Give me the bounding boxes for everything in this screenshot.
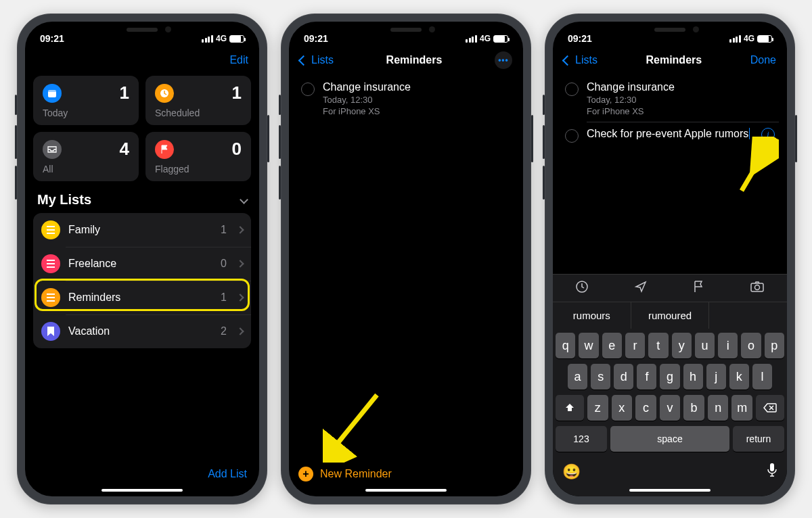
back-label: Lists [575, 54, 597, 66]
emoji-key[interactable]: 😀 [562, 463, 581, 481]
shift-key[interactable] [556, 395, 584, 421]
list-icon [41, 254, 60, 273]
key-c[interactable]: c [635, 395, 656, 421]
tile-today[interactable]: 1 Today [33, 76, 139, 125]
svg-rect-8 [770, 463, 774, 471]
reminder-row[interactable]: Change insurance Today, 12:30 For iPhone… [561, 76, 779, 122]
battery-icon [229, 35, 244, 43]
home-indicator[interactable] [102, 489, 183, 492]
my-lists: Family 1 Freelance 0 Reminders 1 [33, 213, 251, 348]
key-d[interactable]: d [614, 364, 633, 390]
key-r[interactable]: r [625, 333, 645, 358]
key-o[interactable]: o [741, 333, 761, 358]
more-button[interactable]: ••• [495, 51, 512, 69]
new-reminder-button[interactable]: + New Reminder [298, 467, 392, 481]
key-m[interactable]: m [731, 395, 752, 421]
key-h[interactable]: h [683, 364, 703, 390]
key-j[interactable]: j [706, 364, 726, 390]
calendar-icon [43, 84, 62, 103]
list-name: Vacation [68, 325, 212, 337]
done-button[interactable]: Done [750, 54, 776, 66]
dictation-key[interactable] [767, 463, 777, 481]
tile-all[interactable]: 4 All [33, 132, 139, 181]
nav-bar: Lists Reminders Done [553, 49, 787, 76]
key-l[interactable]: l [752, 364, 772, 390]
reminder-checkbox[interactable] [565, 83, 579, 96]
suggestion[interactable]: rumoured [631, 302, 709, 329]
list-name: Freelance [68, 258, 212, 270]
svg-line-3 [333, 395, 377, 449]
list-row-reminders[interactable]: Reminders 1 [33, 281, 251, 314]
key-f[interactable]: f [637, 364, 656, 390]
nav-title: Reminders [646, 54, 702, 66]
list-count: 1 [221, 291, 227, 304]
key-v[interactable]: v [660, 395, 681, 421]
toolbar-camera-icon[interactable] [750, 281, 765, 296]
toolbar-flag-icon[interactable] [692, 280, 704, 297]
status-time: 09:21 [304, 33, 328, 44]
key-q[interactable]: q [556, 333, 575, 358]
list-name: Family [68, 224, 212, 236]
toolbar-location-icon[interactable] [634, 280, 648, 297]
reminder-checkbox[interactable] [565, 129, 579, 143]
reminder-row[interactable]: Change insurance Today, 12:30 For iPhone… [297, 76, 515, 122]
tile-scheduled[interactable]: 1 Scheduled [145, 76, 251, 125]
key-z[interactable]: z [587, 395, 608, 421]
key-e[interactable]: e [602, 333, 622, 358]
tile-flagged[interactable]: 0 Flagged [145, 132, 251, 181]
chevron-left-icon [562, 55, 573, 66]
phone-2: 09:21 4G Lists Reminders ••• Change insu… [281, 14, 531, 504]
notch [85, 22, 200, 39]
keyboard: rumours rumoured qwertyuiop asdfghjkl zx… [553, 274, 787, 496]
key-g[interactable]: g [660, 364, 679, 390]
list-row-family[interactable]: Family 1 [33, 213, 251, 247]
key-t[interactable]: t [648, 333, 668, 358]
toolbar-time-icon[interactable] [575, 280, 589, 297]
back-button[interactable]: Lists [564, 54, 597, 66]
reminder-checkbox[interactable] [301, 83, 315, 96]
chevron-down-icon[interactable] [240, 195, 248, 204]
numbers-key[interactable]: 123 [556, 426, 607, 452]
key-n[interactable]: n [708, 395, 729, 421]
suggestion[interactable]: rumours [553, 302, 631, 329]
chevron-right-icon [236, 226, 244, 233]
key-y[interactable]: y [672, 333, 692, 358]
reminder-title: Change insurance [323, 81, 511, 93]
key-b[interactable]: b [683, 395, 704, 421]
tile-all-label: All [43, 164, 129, 174]
reminder-note: For iPhone XS [323, 106, 511, 116]
backspace-key[interactable] [756, 395, 784, 421]
tile-today-count: 1 [120, 83, 129, 103]
space-key[interactable]: space [610, 426, 729, 452]
key-x[interactable]: x [612, 395, 633, 421]
key-i[interactable]: i [718, 333, 738, 358]
key-s[interactable]: s [591, 364, 610, 390]
reminder-input[interactable]: Check for pre-event Apple rumors [587, 128, 748, 139]
list-icon [41, 220, 60, 239]
list-row-vacation[interactable]: Vacation 2 [33, 314, 251, 348]
signal-icon [466, 35, 477, 43]
list-row-freelance[interactable]: Freelance 0 [33, 247, 251, 281]
signal-icon [729, 35, 741, 43]
flag-icon [155, 140, 174, 159]
notch [612, 22, 727, 39]
back-button[interactable]: Lists [300, 54, 334, 66]
reminder-note: For iPhone XS [587, 106, 775, 116]
reminder-time: Today, 12:30 [323, 95, 511, 105]
status-time: 09:21 [40, 33, 64, 44]
key-k[interactable]: k [729, 364, 749, 390]
edit-button[interactable]: Edit [229, 54, 248, 66]
key-a[interactable]: a [568, 364, 587, 390]
list-count: 1 [221, 224, 227, 236]
list-count: 2 [221, 325, 227, 337]
tile-flagged-count: 0 [232, 139, 242, 160]
key-w[interactable]: w [579, 333, 598, 358]
home-indicator[interactable] [629, 489, 710, 492]
return-key[interactable]: return [733, 426, 784, 452]
key-p[interactable]: p [765, 333, 784, 358]
key-u[interactable]: u [695, 333, 715, 358]
add-list-button[interactable]: Add List [208, 468, 247, 480]
nav-bar: Edit [25, 49, 259, 76]
tray-icon [43, 140, 62, 159]
home-indicator[interactable] [365, 489, 447, 492]
